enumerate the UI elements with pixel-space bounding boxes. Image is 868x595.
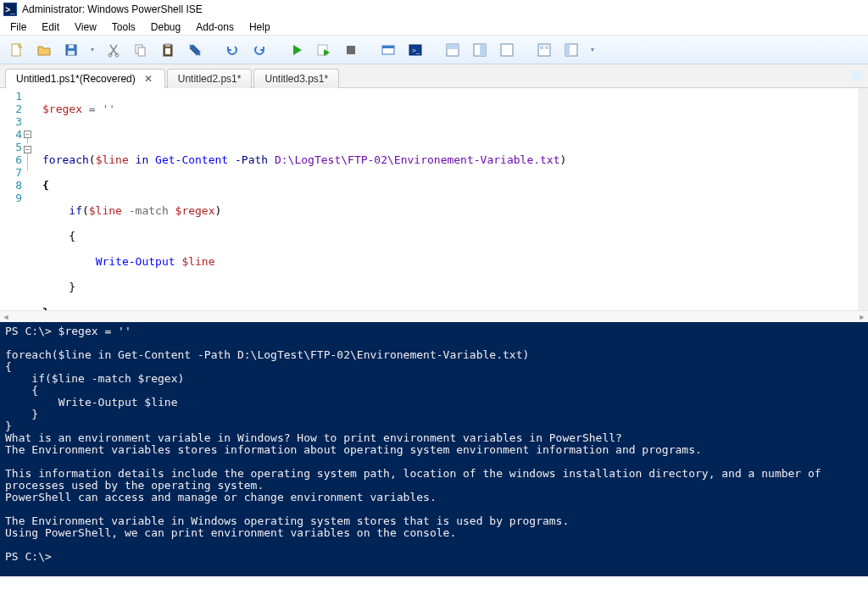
line-number-gutter: 123 456 789 − − <box>0 88 37 310</box>
window-title: Administrator: Windows PowerShell ISE <box>22 3 203 15</box>
svg-rect-21 <box>501 44 513 56</box>
code-token: if <box>69 204 82 217</box>
stop-icon[interactable] <box>339 39 363 61</box>
start-powershell-icon[interactable]: >_ <box>403 39 427 61</box>
toolbar: ▾ >_ ▾ <box>0 36 868 64</box>
code-token: $line <box>96 153 129 166</box>
code-line: { <box>42 230 863 242</box>
tab-label: Untitled3.ps1* <box>264 73 328 85</box>
svg-rect-23 <box>540 46 543 49</box>
code-token: -match <box>129 204 169 217</box>
tab-untitled3[interactable]: Untitled3.ps1* <box>253 69 339 88</box>
svg-text:>_: >_ <box>412 47 420 54</box>
show-script-max-icon[interactable] <box>495 39 519 61</box>
code-token: $regex <box>175 204 215 217</box>
menu-addons[interactable]: Add-ons <box>189 19 241 35</box>
undo-icon[interactable] <box>220 39 244 61</box>
code-token: $line <box>89 204 122 217</box>
paste-icon[interactable] <box>156 39 180 61</box>
menu-debug[interactable]: Debug <box>144 19 187 35</box>
code-token: ( <box>82 204 89 217</box>
svg-rect-14 <box>382 46 394 48</box>
code-token: ) <box>215 204 222 217</box>
tab-label: Untitled1.ps1*(Recovered) <box>16 73 136 85</box>
redo-icon[interactable] <box>248 39 271 61</box>
tab-strip: Untitled1.ps1*(Recovered) ✕ Untitled2.ps… <box>0 64 868 88</box>
fold-toggle-icon[interactable]: − <box>24 131 31 138</box>
svg-rect-18 <box>447 44 459 49</box>
code-line: } <box>42 281 863 293</box>
app-icon: >_ <box>3 3 17 16</box>
save-dropdown-icon[interactable]: ▾ <box>86 46 98 53</box>
show-command-window-icon[interactable] <box>559 39 583 61</box>
script-editor[interactable]: 123 456 789 − − $regex = '' foreach($lin… <box>0 88 868 310</box>
svg-rect-12 <box>347 46 355 54</box>
horizontal-scrollbar[interactable]: ◄ ► <box>0 310 868 322</box>
fold-toggle-icon[interactable]: − <box>24 146 31 153</box>
toolbar-overflow-icon[interactable]: ▾ <box>587 46 598 53</box>
code-token: D:\LogTest\FTP-02\Environement-Variable.… <box>275 153 560 166</box>
new-remote-tab-icon[interactable] <box>376 39 400 61</box>
code-token: -Path <box>235 153 268 166</box>
show-script-right-icon[interactable] <box>468 39 492 61</box>
code-area[interactable]: $regex = '' foreach($line in Get-Content… <box>37 88 868 310</box>
code-token: foreach <box>42 153 89 166</box>
code-token: ( <box>89 153 96 166</box>
code-token <box>169 204 175 217</box>
svg-rect-10 <box>165 48 170 54</box>
code-token: $regex <box>42 103 82 115</box>
clear-icon[interactable] <box>183 39 207 61</box>
run-icon[interactable] <box>285 39 309 61</box>
tab-label: Untitled2.ps1* <box>178 73 242 85</box>
scroll-left-icon[interactable]: ◄ <box>0 311 12 323</box>
title-bar: >_ Administrator: Windows PowerShell ISE <box>0 0 868 19</box>
new-script-icon[interactable] <box>5 39 29 61</box>
code-token: in <box>129 153 155 166</box>
menu-view[interactable]: View <box>68 19 103 35</box>
menu-tools[interactable]: Tools <box>105 19 142 35</box>
svg-rect-3 <box>68 51 75 55</box>
scroll-right-icon[interactable]: ► <box>856 311 868 323</box>
code-token: $line <box>181 255 214 268</box>
svg-rect-26 <box>565 44 570 56</box>
code-line <box>42 128 863 141</box>
menu-help[interactable]: Help <box>242 19 277 35</box>
show-script-top-icon[interactable] <box>441 39 465 61</box>
code-token <box>228 153 235 166</box>
svg-rect-9 <box>165 44 170 47</box>
code-token: Get-Content <box>155 153 228 166</box>
console-pane[interactable]: PS C:\> $regex = '' foreach($line in Get… <box>0 322 868 576</box>
open-icon[interactable] <box>32 39 56 61</box>
close-icon[interactable]: ✕ <box>142 73 154 85</box>
code-token <box>122 204 129 217</box>
run-selection-icon[interactable] <box>312 39 336 61</box>
code-line: { <box>42 179 863 192</box>
save-icon[interactable] <box>59 39 83 61</box>
cut-icon[interactable] <box>102 39 125 61</box>
code-line: } <box>42 306 863 310</box>
menu-bar: File Edit View Tools Debug Add-ons Help <box>0 19 868 36</box>
menu-edit[interactable]: Edit <box>35 19 66 35</box>
code-token <box>42 204 69 217</box>
code-token <box>42 255 96 268</box>
svg-rect-20 <box>480 44 486 56</box>
code-token: = '' <box>82 103 115 115</box>
tab-untitled1[interactable]: Untitled1.ps1*(Recovered) ✕ <box>5 69 165 88</box>
code-token <box>268 153 275 166</box>
svg-rect-2 <box>69 45 74 48</box>
svg-rect-24 <box>545 46 548 49</box>
copy-icon[interactable] <box>129 39 153 61</box>
show-command-addon-icon[interactable] <box>532 39 556 61</box>
vertical-scrollbar[interactable] <box>858 88 868 310</box>
status-area <box>0 576 868 595</box>
svg-rect-7 <box>138 47 145 56</box>
code-token: ) <box>560 153 567 166</box>
menu-file[interactable]: File <box>3 19 33 35</box>
code-token: Write-Output <box>96 255 175 268</box>
tab-untitled2[interactable]: Untitled2.ps1* <box>167 69 253 88</box>
tab-overflow-indicator <box>849 68 865 83</box>
